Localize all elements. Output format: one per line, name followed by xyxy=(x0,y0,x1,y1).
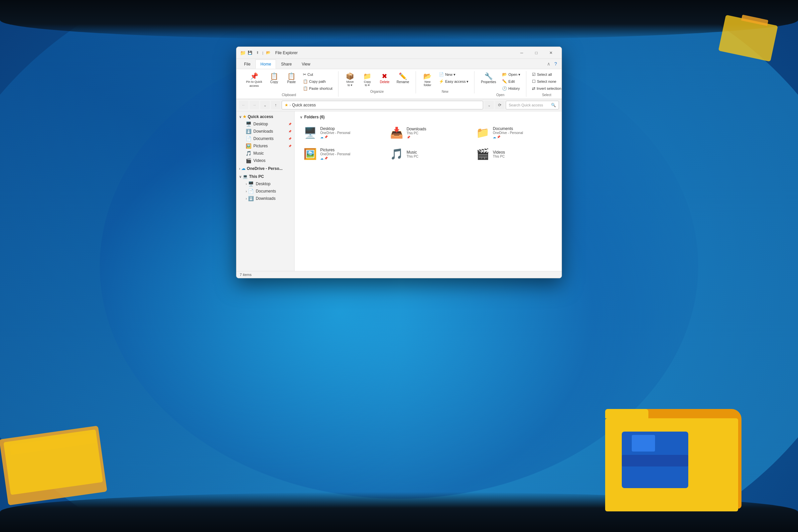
delete-button[interactable]: ✖ Delete xyxy=(376,71,393,86)
paste-shortcut-button[interactable]: 📋 Paste shortcut xyxy=(301,85,335,92)
rename-button[interactable]: ✏️ Rename xyxy=(394,71,412,86)
big-folder xyxy=(605,409,745,522)
documents-pin-icon: 📌 xyxy=(288,137,291,140)
ribbon-collapse-btn[interactable]: ∧ xyxy=(545,59,552,69)
sidebar-item-videos[interactable]: 🎬 Videos xyxy=(236,157,294,164)
clipboard-buttons: 📌 Pin to Quickaccess 📋 Copy 📋 Paste ✂ Cu… xyxy=(243,71,335,92)
folder-item-documents[interactable]: 📁 Documents OneDrive - Personal ☁ 📌 xyxy=(473,124,556,142)
paste-icon: 📋 xyxy=(287,73,296,79)
address-dropdown-button[interactable]: ⌄ xyxy=(484,101,494,109)
refresh-button[interactable]: ⟳ xyxy=(495,101,505,109)
forward-button[interactable]: → xyxy=(250,101,259,109)
onedrive-section: › ☁ OneDrive - Perso... xyxy=(236,165,294,172)
sidebar-item-downloads[interactable]: ⬇️ Downloads 📌 xyxy=(236,128,294,135)
address-path: Quick access xyxy=(292,103,316,108)
this-pc-downloads-icon: ⬇️ xyxy=(248,196,254,201)
maximize-button[interactable]: □ xyxy=(529,48,544,58)
onedrive-chevron: › xyxy=(239,167,240,171)
sidebar-item-this-pc-desktop[interactable]: › 🖥️ Desktop xyxy=(236,180,294,188)
downloads-label: Downloads xyxy=(253,129,273,134)
folder-item-music[interactable]: 🎵 Music This PC xyxy=(386,145,470,163)
this-pc-icon: 💻 xyxy=(243,174,248,179)
tab-share[interactable]: Share xyxy=(276,59,297,69)
folder-item-downloads[interactable]: 📥 Downloads This PC 📌 xyxy=(386,124,470,142)
this-pc-header[interactable]: ∨ 💻 This PC xyxy=(236,173,294,180)
folders-section-header: ∨ Folders (6) xyxy=(300,115,556,119)
documents-folder-name: Documents xyxy=(493,126,553,131)
music-folder-icon-wrap: 🎵 xyxy=(390,148,403,160)
downloads-folder-badges: 📌 xyxy=(407,136,467,139)
copy-path-button[interactable]: 📋 Copy path xyxy=(301,78,335,85)
open-button[interactable]: 📂 Open ▾ xyxy=(500,71,523,78)
edit-label: Edit xyxy=(508,79,515,83)
copy-path-label: Copy path xyxy=(309,79,326,83)
copy-button[interactable]: 📋 Copy xyxy=(266,71,283,86)
sidebar-item-documents[interactable]: 📄 Documents 📌 xyxy=(236,135,294,142)
sidebar: ∨ ★ Quick access 🖥️ Desktop 📌 ⬇️ Downloa… xyxy=(236,111,294,271)
tab-view[interactable]: View xyxy=(297,59,315,69)
onedrive-header[interactable]: › ☁ OneDrive - Perso... xyxy=(236,165,294,172)
downloads-icon: ⬇️ xyxy=(246,129,251,134)
sidebar-item-desktop[interactable]: 🖥️ Desktop 📌 xyxy=(236,120,294,128)
folder-item-videos[interactable]: 🎬 Videos This PC xyxy=(473,145,556,163)
close-button[interactable]: ✕ xyxy=(544,48,558,58)
desktop-folder-icon: 🖥️ xyxy=(304,126,317,139)
quick-access-header[interactable]: ∨ ★ Quick access xyxy=(236,113,294,120)
select-all-button[interactable]: ☑ Select all xyxy=(530,71,562,78)
easy-access-button[interactable]: ⚡ Easy access ▾ xyxy=(437,78,471,85)
title-toolbar-icon1: 💾 xyxy=(247,50,253,56)
help-button[interactable]: ? xyxy=(552,59,559,69)
videos-label: Videos xyxy=(253,158,265,163)
history-button[interactable]: 🕐 History xyxy=(500,85,523,92)
search-icon: 🔍 xyxy=(551,103,556,108)
pin-icon: 📌 xyxy=(250,73,258,79)
folders-section-label: Folders (6) xyxy=(304,115,324,119)
documents-badge-pin-icon: 📌 xyxy=(497,135,500,139)
sidebar-item-pictures[interactable]: 🖼️ Pictures 📌 xyxy=(236,142,294,150)
copy-to-button[interactable]: 📁 Copyto ▾ xyxy=(359,71,376,89)
music-folder-info: Music This PC xyxy=(407,150,467,158)
recent-locations-button[interactable]: ⌄ xyxy=(260,101,270,109)
folder-item-pictures[interactable]: 🖼️ Pictures OneDrive - Personal ☁ 📌 xyxy=(300,145,384,163)
address-chevron-icon: › xyxy=(290,103,291,107)
title-folder-icon: 📁 xyxy=(240,50,246,56)
back-button[interactable]: ← xyxy=(239,101,248,109)
this-pc-downloads-label: Downloads xyxy=(256,196,275,201)
documents-icon: 📄 xyxy=(246,136,251,141)
properties-button[interactable]: 🔧 Properties xyxy=(478,71,499,86)
move-to-label: Moveto ▾ xyxy=(346,80,354,87)
paste-button[interactable]: 📋 Paste xyxy=(283,71,300,86)
clipboard-label: Clipboard xyxy=(282,93,296,97)
select-none-button[interactable]: ☐ Select none xyxy=(530,78,562,85)
tab-file[interactable]: File xyxy=(239,59,255,69)
downloads-folder-icon-wrap: 📥 xyxy=(390,127,403,139)
folder-item-desktop[interactable]: 🖥️ Desktop OneDrive - Personal ☁ 📌 xyxy=(300,124,384,142)
move-to-button[interactable]: 📦 Moveto ▾ xyxy=(342,71,358,89)
sidebar-item-music[interactable]: 🎵 Music xyxy=(236,150,294,157)
up-button[interactable]: ↑ xyxy=(271,101,280,109)
quick-access-label: Quick access xyxy=(248,114,273,119)
new-item-button[interactable]: 📄 New ▾ xyxy=(437,71,471,78)
select-none-icon: ☐ xyxy=(532,79,536,84)
minimize-button[interactable]: ─ xyxy=(514,48,529,58)
cut-button[interactable]: ✂ Cut xyxy=(301,71,335,78)
new-folder-button[interactable]: 📂 Newfolder xyxy=(419,71,436,89)
invert-selection-button[interactable]: ⇄ Invert selection xyxy=(530,85,562,92)
pin-label: Pin to Quickaccess xyxy=(246,80,262,88)
edit-button[interactable]: ✏️ Edit xyxy=(500,78,523,85)
sidebar-item-this-pc-documents[interactable]: › 📄 Documents xyxy=(236,188,294,195)
new-label: New xyxy=(442,90,449,93)
ribbon-group-clipboard: 📌 Pin to Quickaccess 📋 Copy 📋 Paste ✂ Cu… xyxy=(240,71,339,97)
address-bar[interactable]: ★ › Quick access xyxy=(282,101,483,109)
new-item-icon: 📄 xyxy=(439,72,444,77)
music-folder-name: Music xyxy=(407,150,467,155)
pin-to-quick-access-button[interactable]: 📌 Pin to Quickaccess xyxy=(243,71,265,90)
quick-access-chevron: ∨ xyxy=(239,115,241,119)
search-box[interactable]: Search Quick access 🔍 xyxy=(506,101,559,109)
music-icon: 🎵 xyxy=(246,151,251,156)
dark-top-bar xyxy=(0,0,798,40)
tab-home[interactable]: Home xyxy=(255,59,276,69)
sidebar-item-this-pc-downloads[interactable]: › ⬇️ Downloads xyxy=(236,195,294,202)
title-toolbar-icon2: ⬆ xyxy=(254,50,260,56)
desktop-folder-sub: OneDrive - Personal xyxy=(320,131,380,135)
